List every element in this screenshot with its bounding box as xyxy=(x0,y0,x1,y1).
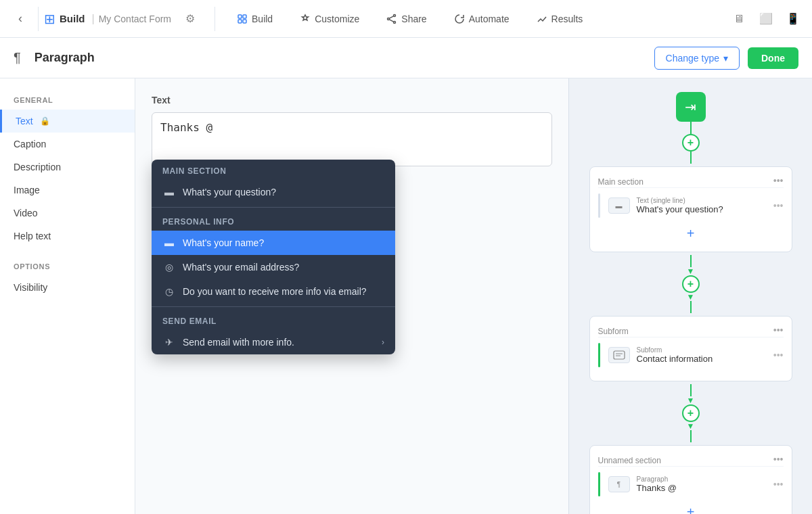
dropdown-menu: Main section ▬ What's your question? Per… xyxy=(152,160,395,354)
svg-rect-9 xyxy=(614,351,625,359)
flow-paragraph-icon: ¶ xyxy=(608,476,630,492)
tab-share[interactable]: Share xyxy=(373,8,440,30)
send-icon: ✈ xyxy=(162,337,176,348)
text-input[interactable]: Thanks @ xyxy=(152,112,552,166)
general-section-label: General xyxy=(0,92,135,110)
text-line-icon-2: ▬ xyxy=(162,237,176,248)
flow-unnamed-section-card: Unnamed section ••• ¶ Paragraph Thanks @… xyxy=(589,445,792,514)
dropdown-item-whats-question[interactable]: ▬ What's your question? xyxy=(152,180,395,204)
mobile-view-button[interactable]: 📱 xyxy=(782,8,804,30)
arrow-down-icon: ▼ xyxy=(687,267,695,275)
tablet-view-button[interactable]: ⬜ xyxy=(755,8,777,30)
options-section-label: Options xyxy=(0,258,135,276)
back-button[interactable]: ‹ xyxy=(8,7,32,31)
flow-subform-field-row: Subform Contact information ••• xyxy=(598,337,784,373)
dropdown-section-personal: Personal info xyxy=(152,210,395,231)
tab-customize[interactable]: Customize xyxy=(286,8,373,30)
flow-subform-field-info: Subform Contact information xyxy=(637,346,767,364)
svg-rect-2 xyxy=(238,20,242,23)
build-icon: ⊞ xyxy=(44,11,55,27)
svg-rect-1 xyxy=(243,15,246,18)
flow-connector-2: ▼ + ▼ xyxy=(682,255,700,313)
flow-add-in-unnamed[interactable]: + xyxy=(598,502,784,514)
flow-add-in-main[interactable]: + xyxy=(598,223,784,243)
email-icon: ◎ xyxy=(162,262,176,273)
svg-point-6 xyxy=(394,21,396,23)
view-controls: 🖥 ⬜ 📱 xyxy=(728,8,804,30)
radio-icon: ◷ xyxy=(162,286,176,297)
flow-add-button-3[interactable]: + xyxy=(682,404,700,422)
flow-main-section-more[interactable]: ••• xyxy=(773,175,784,186)
flow-paragraph-more[interactable]: ••• xyxy=(773,479,784,490)
tab-build[interactable]: Build xyxy=(223,8,286,30)
flow-subform-bar xyxy=(598,343,600,367)
sidebar-item-text-label: Text xyxy=(16,116,33,126)
chevron-right-icon: › xyxy=(382,337,384,347)
desktop-view-button[interactable]: 🖥 xyxy=(728,8,750,30)
svg-line-8 xyxy=(390,19,394,21)
sidebar-item-video[interactable]: Video xyxy=(0,202,135,225)
sidebar-item-description[interactable]: Description xyxy=(0,156,135,179)
sidebar-item-help-text[interactable]: Help text xyxy=(0,225,135,248)
flow-connector-1: + xyxy=(682,122,700,164)
right-panel: ⇥ + Main section ••• ▬ Text (single lin xyxy=(568,78,812,514)
change-type-button[interactable]: Change type ▾ xyxy=(654,47,740,70)
form-name: My Contact Form xyxy=(99,14,171,24)
lock-icon: 🔒 xyxy=(40,116,50,126)
done-button[interactable]: Done xyxy=(748,47,798,69)
flow-field-name: What's your question? xyxy=(637,204,767,214)
dropdown-section-main: Main section xyxy=(152,160,395,180)
left-sidebar: General Text 🔒 Caption Description Image… xyxy=(0,78,135,514)
svg-point-5 xyxy=(388,18,390,20)
dropdown-item-receive-info[interactable]: ◷ Do you want to receive more info via e… xyxy=(152,279,395,304)
flow-line-6 xyxy=(690,430,692,442)
arrow-down-icon-4: ▼ xyxy=(687,422,695,430)
flow-connector-3: ▼ + ▼ xyxy=(682,384,700,442)
field-section-title: Text xyxy=(152,95,552,106)
top-nav: ‹ ⊞ Build | My Contact Form ⚙ Build Cust… xyxy=(0,0,812,38)
flow-subform-field-type: Subform xyxy=(637,346,767,354)
nav-divider2 xyxy=(215,7,215,31)
center-panel: Text Thanks @ Show field label Main sect… xyxy=(135,78,568,514)
sidebar-item-text[interactable]: Text 🔒 xyxy=(0,110,135,133)
tab-results[interactable]: Results xyxy=(523,8,597,30)
tab-automate[interactable]: Automate xyxy=(441,8,523,30)
svg-point-4 xyxy=(394,14,396,16)
flow-field-row-question: ▬ Text (single line) What's your questio… xyxy=(598,187,784,223)
svg-line-7 xyxy=(390,16,394,18)
dropdown-section-send-email: Send email xyxy=(152,310,395,330)
settings-button[interactable]: ⚙ xyxy=(179,8,201,30)
sidebar-item-visibility[interactable]: Visibility xyxy=(0,276,135,299)
flow-line-5 xyxy=(690,384,692,396)
svg-rect-0 xyxy=(238,15,242,18)
svg-rect-3 xyxy=(243,20,246,23)
sidebar-item-image[interactable]: Image xyxy=(0,179,135,202)
flow-unnamed-more[interactable]: ••• xyxy=(773,454,784,465)
flow-paragraph-row: ¶ Paragraph Thanks @ ••• xyxy=(598,466,784,502)
flow-field-icon-text: ▬ xyxy=(608,197,630,214)
nav-separator: | xyxy=(92,13,95,25)
build-label: Build xyxy=(60,13,85,24)
flow-subform-card: Subform ••• Subform Contact information … xyxy=(589,316,792,381)
flow-paragraph-name: Thanks @ xyxy=(637,483,767,493)
flow-paragraph-type: Paragraph xyxy=(637,475,767,483)
flow-add-button-2[interactable]: + xyxy=(682,275,700,293)
flow-add-button-1[interactable]: + xyxy=(682,134,700,151)
flow-field-type: Text (single line) xyxy=(637,197,767,204)
flow-unnamed-title: Unnamed section xyxy=(598,456,661,465)
flow-canvas: ⇥ + Main section ••• ▬ Text (single lin xyxy=(569,78,812,514)
sidebar-item-caption[interactable]: Caption xyxy=(0,133,135,156)
flow-field-more-1[interactable]: ••• xyxy=(773,200,784,211)
arrow-down-icon-2: ▼ xyxy=(687,293,695,301)
flow-subform-icon xyxy=(608,347,630,363)
dropdown-divider-1 xyxy=(152,207,395,208)
dropdown-item-whats-name[interactable]: ▬ What's your name? xyxy=(152,231,395,255)
text-line-icon: ▬ xyxy=(162,187,176,197)
entry-icon: ⇥ xyxy=(685,99,696,115)
dropdown-item-send-email[interactable]: ✈ Send email with more info. › xyxy=(152,330,395,354)
main-layout: General Text 🔒 Caption Description Image… xyxy=(0,78,812,514)
flow-subform-title: Subform xyxy=(598,327,629,336)
dropdown-item-whats-email[interactable]: ◎ What's your email address? xyxy=(152,255,395,279)
flow-subform-more[interactable]: ••• xyxy=(773,325,784,335)
flow-subform-field-more[interactable]: ••• xyxy=(773,350,784,360)
